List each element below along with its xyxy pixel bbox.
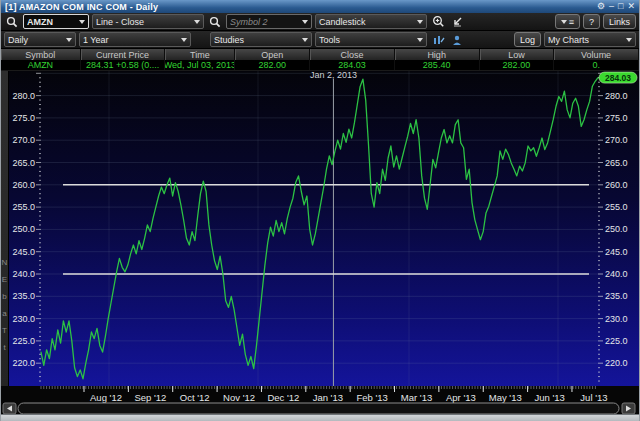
- symbol2-placeholder: Symbol 2: [230, 17, 298, 27]
- search-icon[interactable]: [4, 15, 20, 29]
- chart-style-dropdown[interactable]: Line - Close: [92, 14, 204, 29]
- chevron-down-icon: [417, 38, 423, 42]
- overlay-style-dropdown[interactable]: Candlestick: [315, 14, 427, 29]
- x-axis-label: Aug '12: [90, 392, 122, 403]
- y-axis-label-left: 220.0: [12, 358, 35, 368]
- quote-low: 282.00: [480, 60, 555, 70]
- x-axis-label: May '13: [489, 392, 522, 403]
- my-charts-dropdown[interactable]: My Charts: [544, 32, 636, 47]
- y-axis-label-left: 240.0: [12, 269, 35, 279]
- edge-panel-char: b: [2, 288, 6, 305]
- x-axis-label: Jun '13: [534, 392, 564, 403]
- column-header: Volume: [554, 49, 639, 60]
- zoom-reset-icon[interactable]: [449, 15, 465, 29]
- y-axis-label-left: 255.0: [12, 202, 35, 212]
- pattern-icon[interactable]: [430, 33, 446, 47]
- edge-panel-char: a: [2, 305, 6, 322]
- x-axis-label: Oct '12: [180, 392, 210, 403]
- y-axis-label-right: 280.0: [605, 91, 628, 101]
- chevron-down-icon: [417, 20, 423, 24]
- chart-area: NEbaTt Jan 2, 2013220.0220.0225.0225.023…: [1, 71, 639, 414]
- column-header: Symbol: [1, 49, 81, 60]
- chevron-down-icon: [626, 38, 632, 42]
- period-dropdown[interactable]: Daily: [4, 32, 76, 47]
- alerts-icon[interactable]: [449, 33, 465, 47]
- menu-button[interactable]: ≡: [555, 14, 580, 29]
- quote-volume: 0.: [554, 60, 639, 70]
- y-axis-label-left: 245.0: [12, 247, 35, 257]
- edge-panel-char: E: [2, 271, 7, 288]
- edge-panel-char: T: [2, 322, 7, 339]
- chevron-down-icon: [561, 20, 567, 24]
- column-header: Open: [235, 49, 310, 60]
- window-bottom-frame: [1, 414, 639, 421]
- minimize-icon[interactable]: –: [609, 2, 614, 11]
- y-axis-label-left: 280.0: [12, 91, 35, 101]
- column-header: Close: [310, 49, 395, 60]
- title-bar[interactable]: [1] AMAZON COM INC COM - Daily ⚙ – □ ✕: [1, 0, 639, 13]
- y-axis-label-left: 225.0: [12, 336, 35, 346]
- last-price-label: 284.03: [605, 73, 631, 83]
- edge-panel-char: N: [2, 254, 8, 271]
- chevron-down-icon: [302, 38, 308, 42]
- y-axis-label-left: 275.0: [12, 113, 35, 123]
- quote-open: 282.00: [235, 60, 310, 70]
- symbol-input[interactable]: AMZN: [23, 14, 89, 29]
- search-icon[interactable]: [207, 15, 223, 29]
- left-edge-panel: NEbaTt: [1, 71, 9, 386]
- x-axis-label: Apr '13: [446, 392, 476, 403]
- symbol2-input[interactable]: Symbol 2: [226, 14, 312, 29]
- chevron-down-icon[interactable]: [79, 20, 85, 24]
- y-axis-label-right: 265.0: [605, 158, 628, 168]
- y-axis-label-right: 250.0: [605, 224, 628, 234]
- column-header: Time: [165, 49, 235, 60]
- y-axis-label-right: 260.0: [605, 180, 628, 190]
- maximize-icon[interactable]: □: [618, 2, 623, 11]
- chevron-down-icon: [66, 38, 72, 42]
- y-axis-label-right: 230.0: [605, 314, 628, 324]
- x-axis-label: Feb '13: [356, 392, 387, 403]
- chevron-down-icon[interactable]: [302, 20, 308, 24]
- links-button[interactable]: Links: [603, 14, 636, 29]
- settings-icon[interactable]: ⚙: [597, 2, 605, 11]
- tools-dropdown[interactable]: Tools: [315, 32, 427, 47]
- quote-high: 285.40: [395, 60, 480, 70]
- quote-close: 284.03: [310, 60, 395, 70]
- quote-symbol: AMZN: [1, 60, 81, 70]
- y-axis-label-right: 225.0: [605, 336, 628, 346]
- y-axis-label-left: 270.0: [12, 135, 35, 145]
- scrollbar-thumb[interactable]: [18, 403, 619, 414]
- range-dropdown[interactable]: 1 Year: [79, 32, 191, 47]
- y-axis-label-left: 265.0: [12, 158, 35, 168]
- log-button[interactable]: Log: [514, 32, 541, 47]
- y-axis-label-right: 235.0: [605, 291, 628, 301]
- edge-panel-char: t: [3, 339, 5, 356]
- x-axis-label: Sep '12: [134, 392, 166, 403]
- y-axis-label-right: 275.0: [605, 113, 628, 123]
- symbol-value: AMZN: [27, 17, 75, 27]
- window-title: [1] AMAZON COM INC COM - Daily: [5, 2, 158, 12]
- chevron-down-icon: [194, 20, 200, 24]
- y-axis-label-right: 220.0: [605, 358, 628, 368]
- y-axis-label-left: 230.0: [12, 314, 35, 324]
- x-axis-label: Jan '13: [313, 392, 343, 403]
- studies-dropdown[interactable]: Studies: [210, 32, 312, 47]
- toolbar-primary: AMZN Line - Close Symbol 2 Candlestick ≡…: [1, 13, 639, 31]
- quote-header-row: Symbol Current Price Time Open Close Hig…: [1, 49, 639, 60]
- y-axis-label-left: 235.0: [12, 291, 35, 301]
- y-axis-label-left: 250.0: [12, 224, 35, 234]
- x-axis-label: Mar '13: [401, 392, 432, 403]
- chart-window: [1] AMAZON COM INC COM - Daily ⚙ – □ ✕ A…: [0, 0, 640, 421]
- x-axis-label: Dec '12: [267, 392, 299, 403]
- quote-value-row: AMZN 284.31 +0.58 (0.... Wed, Jul 03, 20…: [1, 60, 639, 71]
- toolbar-secondary: Daily 1 Year Studies Tools Log My Charts: [1, 31, 639, 49]
- y-axis-label-right: 245.0: [605, 247, 628, 257]
- annotation-label: Jan 2, 2013: [310, 71, 357, 80]
- close-icon[interactable]: ✕: [627, 2, 635, 11]
- menu-bars-icon: ≡: [569, 17, 574, 27]
- x-axis-label: Jul '13: [580, 392, 607, 403]
- zoom-in-icon[interactable]: [430, 15, 446, 29]
- help-button[interactable]: ?: [583, 14, 600, 29]
- y-axis-label-right: 255.0: [605, 202, 628, 212]
- price-chart[interactable]: Jan 2, 2013220.0220.0225.0225.0230.0230.…: [1, 71, 640, 414]
